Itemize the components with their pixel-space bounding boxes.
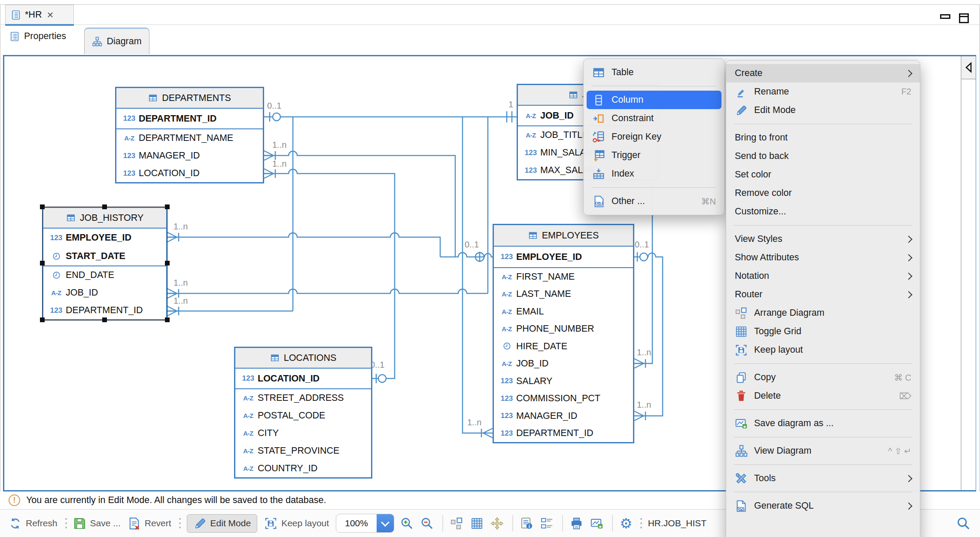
menu-item-other[interactable]: OBJOther ...⌘N [584, 192, 724, 211]
menu-item-view-styles[interactable]: View Styles [726, 230, 920, 248]
outline-button[interactable] [540, 517, 554, 530]
column-row-city[interactable]: A-ZCITY [235, 424, 371, 442]
toggle-grid-button[interactable] [470, 517, 484, 530]
settings-button[interactable]: ⚙ [620, 516, 633, 531]
column-row-commission_pct[interactable]: 123COMMISSION_PCT [494, 390, 633, 408]
selection-handle[interactable] [40, 317, 45, 322]
entity-locations[interactable]: LOCATIONS123LOCATION_IDA-ZSTREET_ADDRESS… [234, 347, 372, 479]
table-header[interactable]: LOCATIONS [235, 348, 371, 369]
menu-item-index[interactable]: Index [584, 165, 724, 183]
selection-handle[interactable] [165, 317, 170, 322]
column-row-manager_id[interactable]: 123MANAGER_ID [494, 407, 633, 425]
keep-layout-toggle[interactable]: Keep layout [264, 517, 329, 530]
zoom-level-select[interactable]: 100% [336, 514, 394, 533]
column-row-hire_date[interactable]: HIRE_DATE [494, 338, 633, 355]
editor-tab-title: *HR [25, 9, 42, 20]
menu-item-generate-sql[interactable]: SQLGenerate SQL [726, 497, 920, 515]
menu-item-notation[interactable]: Notation [726, 267, 920, 285]
minimize-button[interactable] [940, 14, 950, 19]
menu-item-router[interactable]: Router [726, 285, 920, 304]
column-row-employee_id[interactable]: 123EMPLOYEE_ID [494, 247, 633, 267]
menu-item-send-to-back[interactable]: Send to back [726, 147, 920, 165]
menu-item-arrange-diagram[interactable]: Arrange Diagram [726, 304, 920, 322]
column-row-phone_number[interactable]: A-ZPHONE_NUMBER [494, 320, 633, 338]
search-button[interactable] [956, 517, 970, 530]
print-button[interactable] [570, 517, 583, 530]
column-row-department_id[interactable]: 123DEPARTMENT_ID [116, 109, 263, 128]
window-left-border [0, 4, 0, 537]
menu-item-rename[interactable]: RenameF2 [726, 82, 920, 101]
column-row-department_id[interactable]: 123DEPARTMENT_ID [494, 425, 633, 442]
menu-item-set-color[interactable]: Set color [726, 165, 920, 184]
menu-item-edit-mode[interactable]: Edit Mode [726, 101, 920, 119]
column-row-start_date[interactable]: START_DATE [43, 247, 166, 265]
selection-handle[interactable] [165, 261, 170, 265]
menu-item-remove-color[interactable]: Remove color [726, 184, 920, 202]
column-row-email[interactable]: A-ZEMAIL [494, 303, 633, 320]
menu-item-tools[interactable]: Tools [726, 469, 920, 488]
column-row-location_id[interactable]: 123LOCATION_ID [116, 165, 263, 182]
menu-item-constraint[interactable]: Constraint [584, 109, 724, 128]
entity-departments[interactable]: DEPARTMENTS123DEPARTMENT_IDA-ZDEPARTMENT… [115, 87, 264, 183]
menu-item-table[interactable]: Table [584, 63, 724, 82]
column-row-job_id[interactable]: A-ZJOB_ID [494, 355, 633, 373]
menu-item-delete[interactable]: Delete⌦ [726, 387, 920, 405]
column-row-state_province[interactable]: A-ZSTATE_PROVINCE [235, 442, 371, 460]
tab-properties[interactable]: Properties [9, 31, 66, 42]
selection-handle[interactable] [102, 204, 107, 209]
column-row-employee_id[interactable]: 123EMPLOYEE_ID [43, 229, 166, 247]
zoom-out-button[interactable] [420, 517, 434, 530]
menu-item-column[interactable]: Column [587, 91, 721, 109]
tab-diagram[interactable]: Diagram [84, 27, 149, 54]
table-header[interactable]: DEPARTMENTS [116, 88, 263, 109]
menu-item-show-attributes[interactable]: Show Attributes [726, 248, 920, 267]
zoom-in-button[interactable] [400, 517, 414, 530]
arrange-diagram-button[interactable] [450, 517, 463, 530]
menu-item-foreign-key[interactable]: Foreign Key [584, 128, 724, 146]
save-image-button[interactable] [590, 517, 603, 530]
editor-tab-hr[interactable]: *HR ✕ [5, 5, 74, 24]
edit-mode-toggle[interactable]: Edit Mode [187, 514, 258, 533]
selection-handle[interactable] [102, 317, 107, 322]
menu-item-save-diagram-as[interactable]: Save diagram as ... [726, 414, 920, 433]
entity-employees[interactable]: EMPLOYEES123EMPLOYEE_IDA-ZFIRST_NAMEA-ZL… [493, 224, 634, 443]
column-row-location_id[interactable]: 123LOCATION_ID [235, 369, 371, 388]
selection-handle[interactable] [40, 204, 45, 209]
menu-item-view-diagram[interactable]: View Diagram^ ⇧ ↵ [726, 442, 920, 460]
element-info-button[interactable]: i [520, 517, 533, 530]
active-tab-underline [5, 24, 74, 26]
selection-handle[interactable] [165, 204, 170, 209]
table-header[interactable]: EMPLOYEES [494, 225, 633, 247]
column-row-salary[interactable]: 123SALARY [494, 372, 633, 390]
entity-job-history[interactable]: JOB_HISTORY123EMPLOYEE_IDSTART_DATEEND_D… [42, 207, 167, 320]
menu-item-customize[interactable]: Customize... [726, 202, 920, 221]
menu-item-trigger[interactable]: Trigger [584, 146, 724, 165]
table-header[interactable]: JOB_HISTORY [43, 208, 166, 229]
column-row-manager_id[interactable]: 123MANAGER_ID [116, 147, 263, 165]
column-row-postal_code[interactable]: A-ZPOSTAL_CODE [235, 407, 371, 424]
zoom-dropdown-button[interactable] [377, 514, 394, 532]
save-image-icon [590, 517, 603, 530]
collapse-palette-button[interactable] [962, 56, 976, 79]
column-row-last_name[interactable]: A-ZLAST_NAME [494, 286, 633, 303]
revert-button[interactable]: Revert [128, 517, 171, 530]
menu-item-keep-layout[interactable]: Keep layout [726, 341, 920, 359]
save-button[interactable]: Save ... [73, 517, 121, 530]
maximize-button[interactable] [959, 13, 969, 23]
menu-item-create[interactable]: Create [726, 64, 920, 82]
column-row-job_id[interactable]: A-ZJOB_ID [43, 284, 166, 302]
menu-item-bring-to-front[interactable]: Bring to front [726, 128, 920, 147]
selection-handle[interactable] [40, 261, 45, 265]
toolbar-separator [512, 515, 513, 531]
close-tab-icon[interactable]: ✕ [46, 10, 54, 20]
menu-item-copy[interactable]: Copy⌘ C [726, 368, 920, 387]
menu-item-toggle-grid[interactable]: Toggle Grid [726, 322, 920, 341]
column-row-street_address[interactable]: A-ZSTREET_ADDRESS [235, 389, 371, 407]
column-row-first_name[interactable]: A-ZFIRST_NAME [494, 268, 633, 286]
refresh-button[interactable]: Refresh [9, 517, 58, 530]
column-row-end_date[interactable]: END_DATE [43, 266, 166, 284]
column-row-department_id[interactable]: 123DEPARTMENT_ID [43, 302, 166, 319]
move-mode-button[interactable] [490, 517, 504, 530]
column-row-country_id[interactable]: A-ZCOUNTRY_ID [235, 460, 371, 477]
column-row-department_name[interactable]: A-ZDEPARTMENT_NAME [116, 129, 263, 147]
